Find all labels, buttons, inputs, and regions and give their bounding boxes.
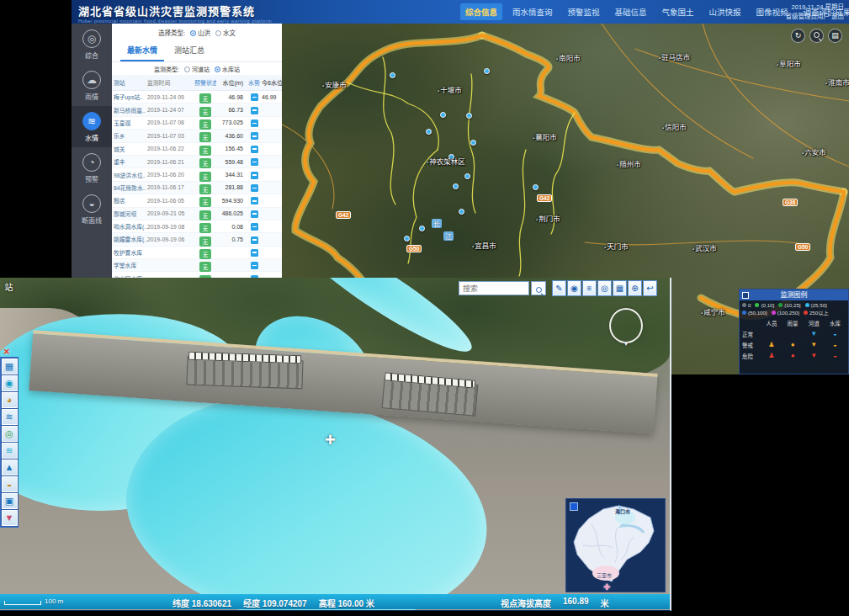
radio-icon[interactable] bbox=[184, 66, 190, 72]
alert-tool[interactable]: ▼ bbox=[2, 510, 18, 526]
station-marker[interactable] bbox=[464, 173, 470, 179]
legend-rain-label: (10,25] bbox=[784, 302, 800, 308]
station-marker[interactable] bbox=[453, 183, 459, 189]
terrain-tool[interactable]: ◒ bbox=[2, 476, 18, 492]
flood-tool[interactable]: ▲ bbox=[2, 459, 18, 475]
crosshair-icon: + bbox=[325, 429, 336, 451]
legend-dot bbox=[804, 311, 808, 315]
station-name: 城关 bbox=[112, 145, 147, 153]
flow-tool[interactable]: ◉ bbox=[2, 375, 18, 391]
trend-steady-icon bbox=[251, 197, 258, 204]
city-label-荆门市: 荆门市 bbox=[536, 213, 560, 223]
search-button[interactable] bbox=[531, 281, 546, 295]
overview-inset-map[interactable]: 海口市 三亚市 ✚ bbox=[565, 498, 666, 592]
compass-rose-icon: ✚ bbox=[603, 582, 610, 592]
legend-dot bbox=[742, 303, 746, 307]
station-option-reservoir[interactable]: 水库站 bbox=[215, 65, 240, 73]
monitor-time: 2019-11-06 05 bbox=[147, 198, 194, 204]
station-marker[interactable] bbox=[426, 129, 432, 135]
rotate-icon[interactable]: ↻ bbox=[791, 29, 805, 43]
sidebar-item-综合[interactable]: ◎综合 bbox=[72, 24, 112, 65]
legend-title: 监测图例 bbox=[781, 291, 808, 299]
water-level: 0.08 bbox=[216, 224, 247, 230]
back-icon[interactable]: ↩ bbox=[643, 280, 657, 296]
water-level: 436.60 bbox=[216, 133, 247, 139]
globe-icon[interactable]: ⊕ bbox=[628, 280, 642, 296]
eye-altitude: 视点海拔高度 160.89 米 bbox=[501, 597, 609, 609]
nav-item[interactable]: 气象国土 bbox=[657, 3, 699, 20]
road-shield-G50: G50 bbox=[795, 243, 810, 251]
sidebar-item-水情[interactable]: ≋水情 bbox=[72, 106, 112, 147]
trend-steady-icon bbox=[251, 249, 258, 257]
station-marker[interactable] bbox=[440, 112, 446, 118]
trend-steady-icon bbox=[251, 172, 258, 179]
nav-item[interactable]: 综合信息 bbox=[460, 3, 502, 20]
reservoir-icon: ◒ bbox=[825, 342, 846, 348]
station-marker[interactable] bbox=[470, 140, 476, 146]
radio-icon[interactable] bbox=[190, 30, 196, 36]
legend-rain-item: (25,50] bbox=[805, 302, 827, 308]
eye-icon[interactable]: ◎ bbox=[597, 280, 612, 296]
water-level: 486.025 bbox=[216, 210, 247, 216]
whirl-tool[interactable]: ◎ bbox=[2, 426, 18, 442]
draw-icon[interactable]: ✎ bbox=[552, 280, 566, 296]
splash-tool[interactable]: ≋ bbox=[2, 443, 18, 459]
tab-station-summary[interactable]: 测站汇总 bbox=[167, 41, 211, 61]
nav-item[interactable]: 雨水情查询 bbox=[507, 3, 558, 20]
header-user[interactable]: 省级管理员用户 退出 bbox=[785, 12, 844, 21]
radio-icon[interactable] bbox=[215, 66, 220, 72]
legend-dot bbox=[755, 303, 759, 307]
nav-item[interactable]: 山洪快报 bbox=[704, 3, 746, 20]
search-input[interactable] bbox=[459, 281, 529, 295]
monitor-time: 2019-09-21 05 bbox=[147, 210, 194, 216]
river-triangle-icon: ▼ bbox=[804, 331, 825, 337]
type-option-shanhong[interactable]: 山洪 bbox=[190, 28, 210, 37]
map-controls: ↻▤ bbox=[791, 29, 842, 43]
station-marker[interactable] bbox=[466, 113, 472, 119]
typhoon-tool[interactable]: ◕ bbox=[2, 392, 18, 408]
trend-steady-icon bbox=[251, 210, 258, 218]
type-option-shuiwen[interactable]: 水文 bbox=[215, 28, 236, 37]
station-marker[interactable] bbox=[390, 72, 395, 78]
station-name: 牧护置水库 bbox=[112, 248, 147, 257]
river-triangle-icon: ▼ bbox=[804, 353, 825, 359]
legend-rain-item: 0 bbox=[742, 302, 751, 308]
viewer3d-statusbar: 100 m 纬度 18.630621 经度 109.074207 高程 160.… bbox=[0, 594, 671, 609]
camera-icon[interactable]: ◉ bbox=[567, 280, 581, 296]
image-icon[interactable]: ▦ bbox=[613, 280, 627, 296]
station-marker[interactable] bbox=[484, 68, 490, 74]
station-marker[interactable] bbox=[419, 226, 425, 231]
station-name: 姚媚雷水库(.. bbox=[112, 235, 147, 243]
station-name: 梅子ups站.. bbox=[112, 93, 147, 101]
compass-control[interactable]: ▼ bbox=[608, 306, 645, 345]
legend-rain-label: (100,250] bbox=[777, 310, 799, 316]
wave-tool[interactable]: ≋ bbox=[2, 409, 18, 425]
legend-dot bbox=[772, 311, 776, 315]
trend-steady-icon bbox=[251, 146, 258, 153]
station-option-river[interactable]: 河道站 bbox=[184, 65, 210, 73]
nav-item[interactable]: 基础信息 bbox=[610, 3, 652, 20]
city-label-六安市: 六安市 bbox=[802, 146, 826, 157]
station-marker[interactable] bbox=[459, 209, 464, 215]
scale-label: 100 m bbox=[45, 597, 63, 605]
sidebar-item-雨情[interactable]: ☁雨情 bbox=[72, 65, 112, 106]
reservoir-icon: ◒ bbox=[825, 353, 846, 359]
list-icon[interactable]: ≡ bbox=[582, 280, 597, 296]
frame-tool[interactable]: ▣ bbox=[2, 493, 18, 509]
radio-icon[interactable] bbox=[215, 30, 221, 36]
station-marker[interactable] bbox=[533, 184, 539, 190]
layers-icon[interactable]: ▤ bbox=[828, 29, 842, 43]
col-station: 测站 bbox=[112, 78, 147, 87]
search-icon[interactable] bbox=[809, 29, 824, 43]
col-today-level: 今8水位 bbox=[262, 78, 282, 87]
station-name: 学堂水库 bbox=[112, 261, 147, 269]
close-icon[interactable]: × bbox=[3, 345, 10, 358]
water-level: 66.73 bbox=[216, 107, 247, 113]
dam-tool[interactable]: ▦ bbox=[2, 358, 18, 374]
inset-mode-icon[interactable] bbox=[570, 502, 578, 511]
sidebar-item-断面线[interactable]: ◒断面线 bbox=[72, 189, 112, 230]
sidebar-item-预警[interactable]: ◔预警 bbox=[72, 147, 112, 189]
station-marker[interactable] bbox=[404, 236, 410, 242]
tab-latest-water[interactable]: 最新水情 bbox=[120, 41, 164, 61]
nav-item[interactable]: 预警监视 bbox=[563, 3, 605, 20]
